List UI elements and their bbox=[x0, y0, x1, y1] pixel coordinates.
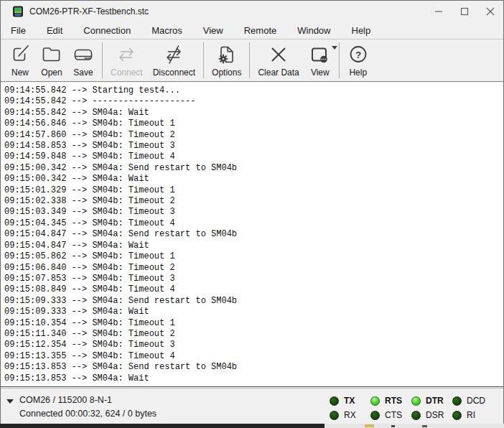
indicator-dtr[interactable]: DTR bbox=[411, 395, 452, 406]
terminal-line: 09:15:08.849 --> SM04b: Timeout 4 bbox=[4, 284, 500, 295]
options-button[interactable]: Options bbox=[207, 42, 246, 79]
minimize-button[interactable] bbox=[426, 1, 452, 22]
save-button[interactable]: Save bbox=[67, 42, 99, 79]
terminal-line: 09:15:09.333 --> SM04a: Send restart to … bbox=[4, 296, 500, 307]
terminal-line: 09:15:10.354 --> SM04b: Timeout 1 bbox=[4, 318, 500, 329]
help-button[interactable]: ? Help bbox=[342, 42, 374, 79]
connection-status: COM26 / 115200 8-N-1 Connected 00:00:32,… bbox=[19, 394, 157, 421]
app-icon bbox=[12, 6, 24, 17]
x-cross-icon bbox=[268, 44, 289, 65]
tx-label: TX bbox=[344, 396, 355, 406]
port-settings-text: COM26 / 115200 8-N-1 bbox=[19, 394, 157, 407]
dsr-led-icon bbox=[411, 411, 421, 420]
rts-led-icon[interactable] bbox=[370, 396, 380, 406]
menu-bar: File Edit Connection Macros View Remote … bbox=[1, 22, 503, 39]
signal-indicators: TX RX RTS CTS DTR DSR bbox=[330, 395, 493, 421]
new-button[interactable]: New bbox=[4, 42, 36, 79]
terminal-line: 09:14:56.846 --> SM04b: Timeout 1 bbox=[4, 118, 500, 129]
dcd-led-icon bbox=[452, 396, 462, 406]
menu-remote[interactable]: Remote bbox=[244, 25, 277, 36]
page-gear-icon bbox=[216, 44, 238, 65]
open-button-label: Open bbox=[41, 68, 62, 78]
terminal-line: 09:15:03.349 --> SM04b: Timeout 3 bbox=[4, 207, 500, 218]
menu-window[interactable]: Window bbox=[297, 25, 330, 36]
ri-label: RI bbox=[467, 410, 475, 420]
terminal-line: 09:14:59.848 --> SM04b: Timeout 4 bbox=[4, 152, 500, 162]
help-button-label: Help bbox=[349, 68, 367, 78]
terminal-line: 09:14:55.842 --> -------------------- bbox=[4, 96, 500, 107]
terminal-line: 09:15:02.338 --> SM04b: Timeout 2 bbox=[4, 196, 500, 207]
new-document-pencil-icon bbox=[9, 44, 31, 65]
terminal-line: 09:15:11.340 --> SM04b: Timeout 2 bbox=[4, 329, 500, 340]
tx-led-icon bbox=[330, 396, 339, 406]
connect-button[interactable]: Connect bbox=[106, 42, 148, 79]
arrows-exchange-slash-icon bbox=[163, 44, 185, 65]
app-window: COM26-PTR-XF-Testbench.stc File Edit Con… bbox=[0, 0, 504, 424]
indicator-rx: RX bbox=[330, 409, 370, 421]
title-bar[interactable]: COM26-PTR-XF-Testbench.stc bbox=[1, 1, 503, 22]
status-bar: COM26 / 115200 8-N-1 Connected 00:00:32,… bbox=[1, 388, 503, 424]
terminal-line: 09:15:04.847 --> SM04a: Send restart to … bbox=[4, 229, 500, 240]
toolbar-separator bbox=[102, 42, 103, 78]
terminal-line: 09:15:00.342 --> SM04a: Wait bbox=[4, 174, 500, 185]
options-button-label: Options bbox=[212, 68, 241, 78]
menu-view[interactable]: View bbox=[203, 25, 223, 36]
status-expander-icon[interactable] bbox=[6, 399, 14, 404]
toolbar-separator bbox=[339, 42, 340, 78]
terminal-line: 09:15:12.354 --> SM04b: Timeout 3 bbox=[4, 340, 500, 350]
ri-led-icon bbox=[452, 411, 462, 420]
maximize-button[interactable] bbox=[452, 1, 477, 22]
terminal-line: 09:15:13.853 --> SM04a: Wait bbox=[4, 373, 500, 384]
toolbar-separator bbox=[249, 42, 250, 78]
background-strip-light bbox=[325, 424, 504, 428]
indicator-rts[interactable]: RTS bbox=[370, 395, 411, 406]
new-button-label: New bbox=[11, 68, 29, 78]
background-speck bbox=[391, 425, 395, 427]
menu-connection[interactable]: Connection bbox=[83, 25, 131, 36]
connection-stats-text: Connected 00:00:32, 624 / 0 bytes bbox=[19, 407, 157, 421]
window-ellipsis-icon bbox=[309, 44, 331, 65]
toolbar-separator bbox=[203, 42, 204, 78]
terminal-log[interactable]: 09:14:55.842 --> Starting test4... 09:14… bbox=[1, 83, 503, 387]
rts-label: RTS bbox=[385, 396, 402, 406]
view-button[interactable]: View bbox=[304, 42, 336, 79]
minimize-icon bbox=[434, 7, 443, 16]
terminal-line: 09:15:09.333 --> SM04a: Wait bbox=[4, 307, 500, 317]
terminal-line: 09:14:57.860 --> SM04b: Timeout 2 bbox=[4, 130, 500, 141]
terminal-line: 09:15:13.853 --> SM04a: Send restart to … bbox=[4, 362, 500, 373]
rx-label: RX bbox=[344, 410, 356, 420]
dtr-led-icon[interactable] bbox=[411, 396, 421, 406]
view-button-label: View bbox=[311, 68, 330, 78]
dsr-label: DSR bbox=[426, 410, 444, 420]
menu-macros[interactable]: Macros bbox=[151, 25, 182, 36]
background-strip bbox=[0, 424, 504, 428]
menu-file[interactable]: File bbox=[11, 25, 26, 36]
background-speck bbox=[365, 424, 374, 427]
folder-open-icon bbox=[41, 44, 62, 65]
close-icon bbox=[486, 7, 495, 16]
indicator-ri: RI bbox=[452, 409, 493, 421]
window-controls bbox=[426, 1, 503, 22]
disconnect-button[interactable]: Disconnect bbox=[148, 42, 200, 79]
connect-button-label: Connect bbox=[111, 68, 143, 78]
background-speck bbox=[422, 425, 427, 427]
clear-data-button[interactable]: Clear Data bbox=[253, 42, 304, 79]
open-button[interactable]: Open bbox=[36, 42, 67, 79]
menu-help[interactable]: Help bbox=[352, 25, 371, 36]
question-circle-icon: ? bbox=[347, 44, 369, 65]
maximize-icon bbox=[460, 7, 469, 16]
terminal-line: 09:15:00.342 --> SM04a: Send restart to … bbox=[4, 163, 500, 174]
cts-label: CTS bbox=[385, 410, 402, 420]
terminal-line: 09:14:58.853 --> SM04b: Timeout 3 bbox=[4, 141, 500, 152]
close-button[interactable] bbox=[477, 1, 503, 22]
arrows-exchange-icon bbox=[116, 44, 137, 65]
indicator-dsr: DSR bbox=[411, 409, 452, 421]
terminal-line: 09:15:04.345 --> SM04b: Timeout 4 bbox=[4, 218, 500, 229]
menu-edit[interactable]: Edit bbox=[47, 25, 62, 36]
indicator-dcd: DCD bbox=[452, 395, 493, 406]
terminal-line: 09:15:05.862 --> SM04b: Timeout 1 bbox=[4, 251, 500, 262]
dtr-label: DTR bbox=[426, 396, 444, 406]
svg-text:?: ? bbox=[355, 50, 361, 60]
dcd-label: DCD bbox=[467, 396, 485, 406]
terminal-line: 09:15:13.355 --> SM04b: Timeout 4 bbox=[4, 351, 500, 362]
